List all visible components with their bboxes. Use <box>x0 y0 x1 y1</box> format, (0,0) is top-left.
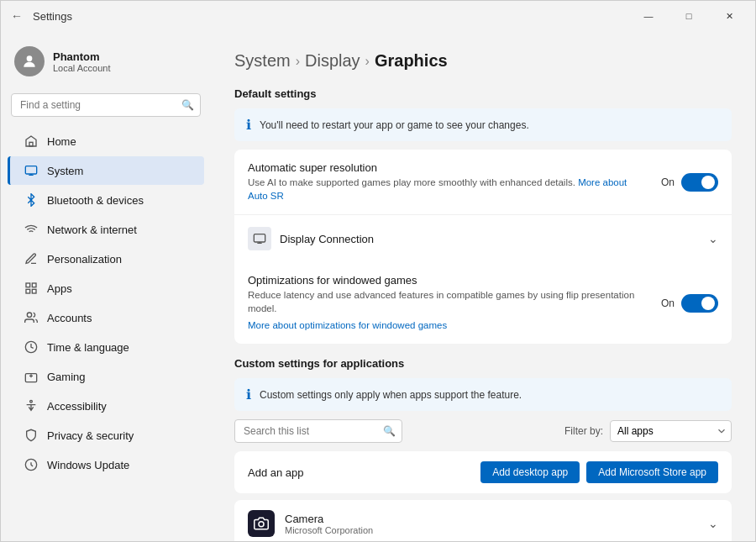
add-app-row: Add an app Add desktop app Add Microsoft… <box>234 451 732 493</box>
default-settings-title: Default settings <box>234 87 732 100</box>
windowed-games-label: Optimizations for windowed games <box>248 274 644 287</box>
add-desktop-app-button[interactable]: Add desktop app <box>480 461 580 483</box>
sidebar: Phantom Local Account 🔍 Home System <box>1 31 211 541</box>
custom-info-icon: ℹ <box>246 387 251 403</box>
svg-rect-2 <box>25 166 36 174</box>
sidebar-item-label: Apps <box>47 282 72 295</box>
windowed-games-toggle-wrap: On <box>661 294 718 313</box>
sidebar-item-label: Windows Update <box>47 459 129 471</box>
search-icon: 🔍 <box>181 99 194 111</box>
search-input[interactable] <box>11 93 201 117</box>
sidebar-item-label: Gaming <box>47 371 86 383</box>
list-search: 🔍 <box>234 419 402 443</box>
svg-rect-3 <box>26 283 30 287</box>
svg-rect-12 <box>254 234 265 242</box>
display-connection-row[interactable]: Display Connection ⌄ <box>234 215 732 262</box>
breadcrumb-sep-2: › <box>365 54 370 69</box>
camera-app-info: Camera Microsoft Corporation <box>285 513 708 535</box>
breadcrumb-system[interactable]: System <box>234 51 291 71</box>
breadcrumb-sep-1: › <box>296 54 300 69</box>
main-content: Phantom Local Account 🔍 Home System <box>1 31 755 541</box>
windowed-games-info: Optimizations for windowed games Reduce … <box>248 274 661 332</box>
sidebar-item-label: Personalization <box>47 253 122 266</box>
monitor-icon <box>253 232 266 245</box>
sidebar-item-home[interactable]: Home <box>8 127 204 155</box>
svg-point-7 <box>27 313 31 317</box>
windowed-games-toggle[interactable] <box>681 294 718 313</box>
auto-sr-row: Automatic super resolution Use AI to mak… <box>234 150 732 215</box>
svg-point-13 <box>259 522 264 527</box>
custom-info-banner: ℹ Custom settings only apply when apps s… <box>234 378 732 411</box>
auto-sr-info: Automatic super resolution Use AI to mak… <box>248 161 661 203</box>
add-store-app-button[interactable]: Add Microsoft Store app <box>586 461 718 483</box>
list-search-input[interactable] <box>234 419 402 443</box>
apps-icon <box>24 281 39 296</box>
system-icon <box>24 163 39 178</box>
filter-select[interactable]: All apps Desktop apps Microsoft Store ap… <box>610 420 732 442</box>
accessibility-icon <box>24 398 39 413</box>
titlebar: ← Settings — □ ✕ <box>1 1 755 31</box>
sidebar-item-label: Network & internet <box>47 224 137 236</box>
bluetooth-icon <box>24 192 39 208</box>
windowed-games-desc: Reduce latency and use advanced features… <box>248 288 644 332</box>
sidebar-item-bluetooth[interactable]: Bluetooth & devices <box>8 186 204 214</box>
sidebar-item-gaming[interactable]: Gaming <box>8 362 204 391</box>
user-type: Local Account <box>53 63 111 73</box>
sidebar-item-label: Bluetooth & devices <box>47 194 144 207</box>
svg-point-10 <box>30 400 33 403</box>
settings-window: ← Settings — □ ✕ Phantom Local Account <box>0 0 756 542</box>
user-name: Phantom <box>53 50 111 63</box>
auto-sr-label: Automatic super resolution <box>248 161 644 174</box>
sidebar-item-privacy[interactable]: Privacy & security <box>8 421 204 450</box>
camera-app-maker: Microsoft Corporation <box>285 525 708 535</box>
close-button[interactable]: ✕ <box>710 3 748 29</box>
auto-sr-desc: Use AI to make supported games play more… <box>248 176 644 203</box>
windowed-games-desc-text: Reduce latency and use advanced features… <box>248 290 634 313</box>
camera-chevron: ⌄ <box>708 517 718 530</box>
sidebar-item-accounts[interactable]: Accounts <box>8 303 204 332</box>
windowed-games-link[interactable]: More about optimizations for windowed ga… <box>248 318 644 332</box>
sidebar-item-accessibility[interactable]: Accessibility <box>8 392 204 420</box>
gaming-icon <box>24 369 39 384</box>
sidebar-item-windows-update[interactable]: Windows Update <box>8 450 204 479</box>
sidebar-item-time[interactable]: Time & language <box>8 333 204 361</box>
default-settings-card: Automatic super resolution Use AI to mak… <box>234 150 732 344</box>
sidebar-item-personalization[interactable]: Personalization <box>8 245 204 273</box>
minimize-button[interactable]: — <box>629 3 668 29</box>
back-button[interactable]: ← <box>8 6 26 26</box>
sidebar-item-network[interactable]: Network & internet <box>8 215 204 244</box>
camera-app-icon <box>248 510 275 537</box>
default-info-banner: ℹ You'll need to restart your app or gam… <box>234 108 732 141</box>
sidebar-item-label: Time & language <box>47 341 129 354</box>
filter-wrap: Filter by: All apps Desktop apps Microso… <box>564 420 732 442</box>
windowed-games-toggle-label: On <box>661 297 675 309</box>
svg-rect-1 <box>29 142 33 146</box>
svg-rect-4 <box>32 283 36 287</box>
user-info: Phantom Local Account <box>53 50 111 73</box>
sidebar-item-label: System <box>47 165 83 177</box>
info-icon: ℹ <box>246 117 251 133</box>
auto-sr-toggle[interactable] <box>681 173 718 192</box>
add-app-label: Add an app <box>248 466 304 479</box>
auto-sr-toggle-label: On <box>661 176 675 188</box>
add-app-buttons: Add desktop app Add Microsoft Store app <box>480 461 718 483</box>
camera-app-name: Camera <box>285 513 708 525</box>
custom-info-text: Custom settings only apply when apps sup… <box>260 389 522 401</box>
display-connection-icon-wrap <box>248 227 271 250</box>
app-row-camera[interactable]: Camera Microsoft Corporation ⌄ <box>234 500 732 541</box>
breadcrumb: System › Display › Graphics <box>234 51 732 71</box>
auto-sr-desc-text: Use AI to make supported games play more… <box>248 177 575 187</box>
sidebar-item-label: Privacy & security <box>47 429 134 442</box>
svg-rect-6 <box>32 289 36 293</box>
sidebar-item-system[interactable]: System <box>8 156 204 185</box>
accounts-icon <box>24 310 39 325</box>
windowed-games-row: Optimizations for windowed games Reduce … <box>234 262 732 344</box>
time-icon <box>24 339 39 355</box>
update-icon <box>24 457 39 472</box>
privacy-icon <box>24 428 39 443</box>
maximize-button[interactable]: □ <box>669 3 708 29</box>
breadcrumb-display[interactable]: Display <box>305 51 360 71</box>
display-connection-label: Display Connection <box>280 233 708 245</box>
sidebar-item-apps[interactable]: Apps <box>8 274 204 303</box>
list-search-icon: 🔍 <box>383 425 396 437</box>
